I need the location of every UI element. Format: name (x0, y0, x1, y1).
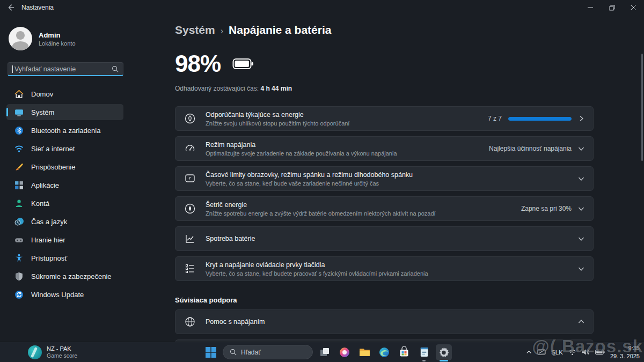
breadcrumb-separator: › (221, 26, 223, 36)
settings-gear-icon (438, 346, 450, 358)
sidebar-item-bluetooth[interactable]: Bluetooth a zariadenia (6, 122, 123, 138)
breadcrumb-system[interactable]: Systém (175, 24, 215, 36)
chevron-down-icon[interactable] (578, 175, 584, 182)
card-energy-recommendations[interactable]: Odporúčania týkajúce sa energie Znížte s… (175, 106, 594, 131)
task-view-icon (319, 346, 331, 358)
system-icon (14, 107, 24, 117)
card-power-mode[interactable]: Režim napájania Optimalizujte svoje zari… (175, 136, 594, 161)
taskbar-search-label: Hľadať (241, 349, 261, 356)
card-energy-saver[interactable]: Šetrič energie Znížte spotrebu energie a… (175, 196, 594, 221)
sidebar-item-domov[interactable]: Domov (6, 86, 123, 102)
account-header[interactable]: Admin Lokálne konto (9, 27, 161, 50)
file-explorer-icon (358, 346, 371, 358)
card-lid-power-controls[interactable]: Kryt a napájanie ovládacie prvky tlačidl… (175, 256, 594, 281)
language-indicator[interactable]: SLK (551, 349, 563, 356)
sidebar-item-privacy[interactable]: Súkromie a zabezpečenie (6, 268, 123, 284)
restore-button[interactable] (601, 0, 623, 15)
close-button[interactable] (623, 0, 644, 15)
sidebar-item-gaming[interactable]: Hranie hier (6, 232, 123, 248)
battery-saver-icon (184, 203, 196, 215)
chevron-down-icon[interactable] (578, 265, 584, 272)
sidebar-item-label: Bluetooth a zariadenia (31, 127, 100, 135)
sports-widget-icon (28, 345, 42, 359)
minimize-button[interactable] (580, 0, 601, 15)
user-name: Admin (39, 31, 76, 39)
chevron-up-icon[interactable] (578, 319, 584, 325)
chevron-down-icon[interactable] (578, 145, 584, 152)
microsoft-store-button[interactable] (396, 344, 412, 360)
battery-percentage: 98% (175, 50, 221, 77)
accessibility-person-icon (14, 253, 24, 263)
card-title: Časové limity obrazovky, režimu spánku a… (206, 171, 578, 179)
volume-icon[interactable] (582, 349, 590, 356)
card-screen-sleep-timeouts[interactable]: Časové limity obrazovky, režimu spánku a… (175, 166, 594, 191)
sidebar-item-label: Kontá (31, 200, 49, 208)
network-wifi-icon (14, 144, 24, 153)
wifi-icon[interactable] (568, 349, 576, 356)
settings-button[interactable] (436, 344, 452, 360)
chevron-right-icon (578, 115, 584, 122)
titlebar: Nastavenia (0, 0, 644, 15)
tray-time: 9:35 (610, 344, 640, 352)
sidebar-item-windows-update[interactable]: Windows Update (6, 286, 123, 302)
card-title: Pomoc s napájaním (206, 318, 578, 326)
back-button[interactable] (0, 0, 21, 15)
sidebar-item-accessibility[interactable]: Prístupnosť (6, 250, 123, 266)
battery-icon (232, 58, 254, 70)
sidebar-item-accounts[interactable]: Kontá (6, 195, 123, 211)
sidebar-item-network[interactable]: Sieť a internet (6, 141, 123, 157)
taskbar: NZ - PAK Game score Hľadať (0, 342, 644, 362)
task-view-button[interactable] (317, 344, 333, 360)
related-support-heading: Súvisiaca podpora (175, 296, 630, 304)
widgets-button[interactable]: NZ - PAK Game score (0, 345, 85, 359)
energy-saver-threshold-value: Zapne sa pri 30% (521, 205, 572, 212)
card-subtitle: Znížte spotrebu energie a zvýšte výdrž b… (206, 210, 521, 217)
sidebar-item-label: Súkromie a zabezpečenie (31, 272, 112, 280)
power-mode-selected-value: Najlepšia účinnosť napájania (489, 145, 572, 152)
sidebar-item-label: Aplikácie (31, 181, 59, 189)
account-type: Lokálne konto (39, 40, 76, 47)
card-battery-usage[interactable]: Spotreba batérie (175, 226, 594, 251)
sidebar-item-label: Sieť a internet (31, 145, 75, 153)
search-icon[interactable] (112, 65, 119, 72)
search-input[interactable]: Vyhľadať nastavenie (8, 62, 123, 76)
start-button[interactable] (203, 344, 219, 360)
sidebar-item-label: Prístupnosť (31, 254, 67, 262)
back-arrow-icon (7, 4, 14, 11)
web-help-globe-icon (184, 316, 196, 328)
tray-date: 29. 3. 2025 (610, 352, 640, 360)
time-remaining: Odhadovaný zostávajúci čas: 4 h 44 min (175, 85, 630, 92)
clock-date[interactable]: 9:35 29. 3. 2025 (610, 344, 640, 360)
time-remaining-value: 4 h 44 min (260, 85, 292, 92)
sidebar-item-label: Domov (31, 90, 53, 98)
sidebar-item-personalization[interactable]: Prispôsobenie (6, 159, 123, 175)
tray-battery-icon[interactable] (595, 349, 605, 355)
vertical-scrollbar[interactable] (641, 54, 643, 161)
card-power-help[interactable]: Pomoc s napájaním (175, 309, 594, 334)
notepad-button[interactable] (416, 344, 432, 360)
card-subtitle: Znížte svoju uhlíkovú stopu použitím týc… (206, 120, 488, 127)
tray-chevron-up-icon[interactable] (526, 349, 532, 355)
sidebar-item-time-language[interactable]: Čas a jazyk (6, 213, 123, 230)
card-title: Kryt a napájanie ovládacie prvky tlačidl… (206, 261, 578, 269)
chevron-down-icon[interactable] (578, 235, 584, 242)
taskbar-search[interactable]: Hľadať (223, 345, 313, 359)
page-title: Napájanie a batéria (229, 24, 331, 36)
recommendations-count: 7 z 7 (488, 115, 502, 122)
bluetooth-icon (14, 125, 24, 135)
edge-button[interactable] (376, 344, 392, 360)
text-caret (12, 65, 13, 73)
card-title: Režim napájania (206, 141, 489, 149)
tray-touchpad-icon[interactable] (537, 349, 546, 356)
sidebar-item-apps[interactable]: Aplikácie (6, 177, 123, 193)
recommendations-progress (508, 117, 572, 121)
card-title: Šetrič energie (206, 201, 521, 209)
file-explorer-button[interactable] (356, 344, 372, 360)
power-battery-page: Systém › Napájanie a batéria 98% Odhadov… (161, 15, 644, 342)
sidebar-item-label: Windows Update (31, 291, 84, 299)
copilot-button[interactable] (336, 344, 353, 360)
sidebar-item-system[interactable]: Systém (6, 104, 123, 120)
personalization-brush-icon (14, 162, 24, 172)
chevron-down-icon[interactable] (578, 205, 584, 212)
energy-leaf-icon (184, 113, 196, 124)
